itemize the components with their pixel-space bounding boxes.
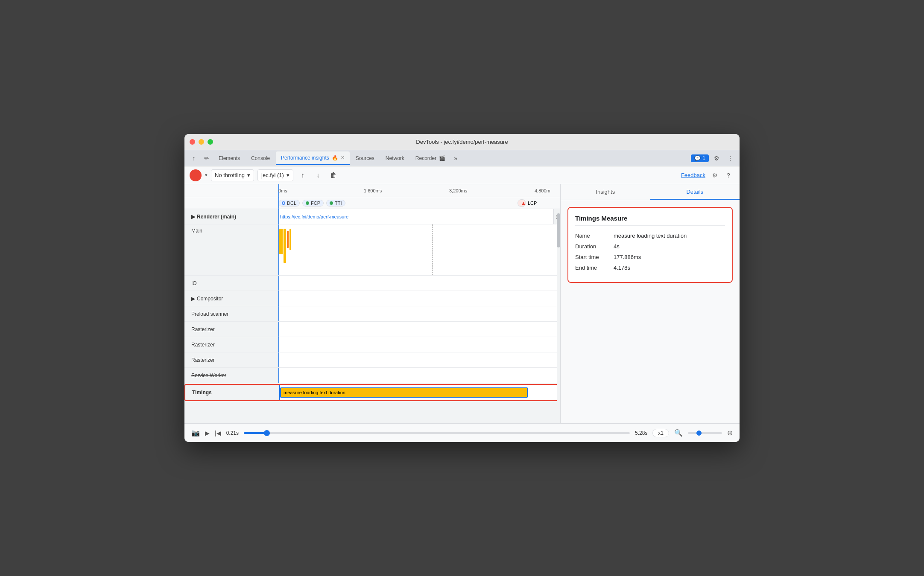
tab-insights[interactable]: Insights xyxy=(561,184,650,200)
export-icon[interactable]: ↑ xyxy=(297,169,309,181)
maximize-button[interactable] xyxy=(208,139,213,145)
duration-label: Duration xyxy=(575,243,614,250)
scrollbar-thumb[interactable] xyxy=(557,213,560,247)
expand-icon[interactable]: ▶ xyxy=(191,214,195,220)
tti-marker[interactable]: TTI xyxy=(326,200,345,207)
lcp-icon: ▲ xyxy=(521,200,526,206)
playhead-slider[interactable] xyxy=(244,432,630,434)
close-tab-icon[interactable]: ✕ xyxy=(341,155,345,160)
details-row-start: Start time 177.886ms xyxy=(575,254,725,260)
vertical-line-timings xyxy=(279,385,280,400)
rasterizer-2-content xyxy=(278,337,560,352)
more-options-icon[interactable]: ⋮ xyxy=(724,152,736,164)
service-worker-label: Service Worker xyxy=(184,372,278,378)
recording-dropdown-icon: ▾ xyxy=(287,172,289,178)
chat-button[interactable]: 💬 1 xyxy=(691,154,709,162)
playhead-line xyxy=(278,197,279,209)
skip-to-start-button[interactable]: |◀ xyxy=(215,430,221,436)
tab-performance-insights[interactable]: Performance insights 🔥 ✕ xyxy=(276,151,350,165)
vertical-line-sw xyxy=(278,368,279,383)
tab-console[interactable]: Console xyxy=(246,151,275,165)
vertical-line xyxy=(278,209,279,224)
time-ruler: 0ms 1,600ms 3,200ms 4,800m xyxy=(184,184,560,197)
compositor-content xyxy=(278,291,560,306)
vertical-line-comp xyxy=(278,291,279,306)
main-content-track xyxy=(278,224,560,275)
toolbar: ▾ No throttling ▾ jec.fyi (1) ▾ ↑ ↓ 🗑 Fe… xyxy=(184,166,740,184)
lcp-marker[interactable]: ▲ LCP xyxy=(518,199,526,207)
delete-icon[interactable]: 🗑 xyxy=(327,169,339,181)
help-icon[interactable]: ? xyxy=(722,169,734,181)
vertical-line-main xyxy=(278,224,279,275)
rasterizer-1-label: Rasterizer xyxy=(184,326,278,332)
zoom-thumb[interactable] xyxy=(696,431,702,436)
dcl-dot xyxy=(282,201,285,205)
service-worker-content xyxy=(278,368,560,383)
settings-gear-icon[interactable]: ⚙ xyxy=(711,152,722,164)
track-rasterizer-1: Rasterizer xyxy=(184,322,560,337)
tab-details[interactable]: Details xyxy=(650,184,740,200)
main-label: Main xyxy=(184,224,278,234)
record-button[interactable] xyxy=(190,169,202,181)
track-renderer: ▶ Renderer (main) https://jec.fyi/demo/p… xyxy=(184,209,560,224)
toolbar-right-icons: ⚙ ? xyxy=(709,169,734,181)
details-row-duration: Duration 4s xyxy=(575,243,725,250)
tab-right-icons: 💬 1 ⚙ ⋮ xyxy=(691,152,736,164)
play-button[interactable]: ▶ xyxy=(205,430,210,436)
start-value: 177.886ms xyxy=(614,254,641,260)
devtools-window: DevTools - jec.fyi/demo/perf-measure ↑ ✏… xyxy=(184,134,740,442)
screenshot-icon[interactable]: 📷 xyxy=(191,429,200,437)
timings-content: measure loading text duration xyxy=(279,385,559,400)
tab-elements[interactable]: Elements xyxy=(213,151,245,165)
scrollbar-track[interactable] xyxy=(557,209,560,423)
fcp-marker[interactable]: FCP xyxy=(302,200,324,207)
zoom-slider[interactable] xyxy=(688,432,722,434)
details-row-name: Name measure loading text duration xyxy=(575,233,725,239)
recording-select[interactable]: jec.fyi (1) ▾ xyxy=(257,169,293,181)
close-button[interactable] xyxy=(190,139,195,145)
time-start-display: 0.21s xyxy=(226,430,239,436)
tab-sources[interactable]: Sources xyxy=(351,151,380,165)
zoom-in-button[interactable]: ⊕ xyxy=(727,429,733,437)
titlebar: DevTools - jec.fyi/demo/perf-measure xyxy=(184,134,740,150)
main-bar-2 xyxy=(284,229,286,263)
start-label: Start time xyxy=(575,254,614,260)
track-io: IO xyxy=(184,276,560,291)
renderer-content: https://jec.fyi/demo/perf-measure xyxy=(278,209,553,224)
vertical-line-r1 xyxy=(278,322,279,337)
timeline-panel: 0ms 1,600ms 3,200ms 4,800m DCL FCP TT xyxy=(184,184,560,423)
zoom-out-button[interactable]: 🔍 xyxy=(674,429,683,437)
feedback-button[interactable]: Feedback xyxy=(681,172,705,178)
right-panel-content: Timings Measure Name measure loading tex… xyxy=(561,200,740,423)
vertical-line-r2 xyxy=(278,337,279,352)
track-service-worker: Service Worker xyxy=(184,368,560,383)
rasterizer-1-content xyxy=(278,322,560,337)
preload-label: Preload scanner xyxy=(184,311,278,317)
main-bar-1 xyxy=(279,229,283,254)
cursor-icon[interactable]: ↑ xyxy=(188,152,200,164)
more-tabs-button[interactable]: » xyxy=(451,155,460,162)
settings-icon[interactable]: ⚙ xyxy=(709,169,721,181)
device-toolbar-icon[interactable]: ✏ xyxy=(201,152,213,164)
import-icon[interactable]: ↓ xyxy=(312,169,324,181)
main-bar-4 xyxy=(289,229,291,250)
track-rasterizer-2: Rasterizer xyxy=(184,337,560,352)
compositor-expand-icon[interactable]: ▶ xyxy=(191,296,195,302)
time-3200: 3,200ms xyxy=(449,188,467,193)
track-compositor: ▶ Compositor xyxy=(184,291,560,306)
playhead-thumb[interactable] xyxy=(264,430,270,436)
end-label: End time xyxy=(575,265,614,271)
main-content: 0ms 1,600ms 3,200ms 4,800m DCL FCP TT xyxy=(184,184,740,423)
minimize-button[interactable] xyxy=(199,139,204,145)
dcl-marker[interactable]: DCL xyxy=(278,200,300,207)
timing-bar[interactable]: measure loading text duration xyxy=(280,387,528,398)
io-content xyxy=(278,276,560,291)
preload-content xyxy=(278,306,560,321)
time-1600: 1,600ms xyxy=(364,188,382,193)
vertical-line-r3 xyxy=(278,352,279,367)
track-timings[interactable]: Timings measure loading text duration xyxy=(184,384,560,401)
record-dropdown-icon[interactable]: ▾ xyxy=(205,172,208,178)
tab-recorder[interactable]: Recorder 🎬 xyxy=(410,151,450,165)
throttle-select[interactable]: No throttling ▾ xyxy=(211,169,254,181)
tab-network[interactable]: Network xyxy=(380,151,409,165)
